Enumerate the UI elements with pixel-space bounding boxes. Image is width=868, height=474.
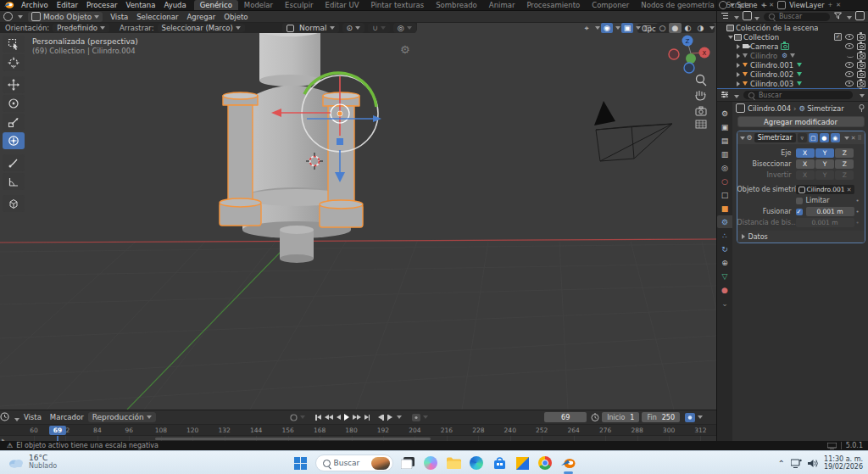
- workspace-tab[interactable]: Nodos de geometría: [635, 0, 720, 10]
- pivot-point-selector[interactable]: ⊙: [342, 23, 365, 33]
- expand-arrow[interactable]: [735, 44, 742, 49]
- outliner-row[interactable]: Collection✓: [717, 32, 868, 42]
- tool-add-primitive[interactable]: [3, 195, 25, 212]
- transform-orientation-selector[interactable]: Normal: [282, 23, 339, 33]
- add-modifier-button[interactable]: Agregar modificador: [737, 116, 865, 127]
- properties-tab-world[interactable]: ○: [717, 175, 732, 187]
- clear-mirror-object-icon[interactable]: ✕: [847, 187, 852, 193]
- current-frame-indicator[interactable]: 69: [49, 426, 66, 435]
- blender-taskbar-icon[interactable]: [560, 455, 576, 471]
- menu-editar[interactable]: Editar: [53, 1, 82, 9]
- timeline-editor-type-button[interactable]: [0, 412, 19, 423]
- shading-rendered-button[interactable]: ◑: [694, 23, 707, 33]
- file-explorer-icon[interactable]: [446, 455, 462, 471]
- show-on-cage-toggle[interactable]: ▿: [798, 133, 807, 142]
- menu-ventana[interactable]: Ventana: [121, 1, 159, 9]
- jump-to-start-button[interactable]: [314, 412, 323, 422]
- render-visibility-icon[interactable]: [857, 43, 865, 50]
- tool-scale[interactable]: [3, 114, 25, 131]
- show-render-toggle[interactable]: ◉: [831, 133, 840, 142]
- snap-toggle[interactable]: ∪: [368, 23, 390, 33]
- copilot-icon[interactable]: [423, 455, 439, 471]
- render-visibility-icon[interactable]: [857, 34, 865, 41]
- timeline-scrollbar[interactable]: [155, 438, 431, 440]
- drag-handle-icon[interactable]: ⠿: [858, 135, 862, 142]
- m365-icon[interactable]: [515, 455, 531, 471]
- start-button[interactable]: [292, 455, 309, 471]
- outliner-row[interactable]: Cilindro.001: [717, 60, 868, 70]
- compositor-toggle[interactable]: □: [642, 23, 654, 33]
- expand-arrow[interactable]: [727, 36, 734, 39]
- visibility-eye-icon[interactable]: [845, 81, 854, 86]
- outliner-row[interactable]: Cilindro.002: [717, 70, 868, 79]
- next-frame-button[interactable]: [386, 412, 395, 422]
- viewport-menu-vista[interactable]: Vista: [106, 13, 132, 21]
- data-subpanel-header[interactable]: Datos: [737, 231, 865, 243]
- clipping-checkbox[interactable]: [796, 198, 803, 204]
- properties-type-button[interactable]: [719, 91, 741, 100]
- playback-menu[interactable]: Reproducción: [88, 412, 156, 422]
- filter-button[interactable]: [832, 12, 854, 21]
- next-keyframe-button[interactable]: [351, 412, 363, 422]
- task-view-button[interactable]: [400, 455, 416, 471]
- modifier-panel-header[interactable]: ⚙ Simetrizar ▿ ▢ ● ◉ ✕ ⠿: [737, 131, 865, 144]
- editor-type-button[interactable]: [0, 12, 26, 22]
- keying-set-button[interactable]: [410, 412, 430, 422]
- breadcrumb-modifier[interactable]: Simetrizar: [807, 104, 844, 113]
- current-frame-field[interactable]: 69: [544, 412, 587, 422]
- shading-solid-button[interactable]: ●: [669, 23, 682, 33]
- expand-arrow[interactable]: [735, 72, 742, 77]
- jump-to-end-button[interactable]: [363, 412, 372, 422]
- workspace-tab[interactable]: Sombreado: [430, 0, 483, 10]
- flip-button-x[interactable]: X: [796, 170, 815, 180]
- chrome-icon[interactable]: [537, 455, 554, 471]
- add-workspace-button[interactable]: +: [757, 1, 772, 9]
- new-collection-button[interactable]: [854, 11, 866, 22]
- bisect-distance-field[interactable]: 0.001 m: [796, 218, 854, 227]
- pan-tool-icon[interactable]: [696, 91, 705, 100]
- render-visibility-icon[interactable]: [857, 53, 865, 59]
- viewport-menu-objeto[interactable]: Objeto: [220, 13, 252, 21]
- menu-ayuda[interactable]: Ayuda: [159, 1, 190, 9]
- remove-viewlayer-icon[interactable]: ✕: [836, 2, 841, 8]
- pin-icon[interactable]: [858, 104, 865, 112]
- menu-procesar[interactable]: Procesar: [82, 1, 122, 9]
- viewlayer-name[interactable]: ViewLayer: [789, 2, 824, 9]
- proportional-editing-toggle[interactable]: ◎: [393, 23, 416, 33]
- flip-button-y[interactable]: Y: [815, 170, 834, 180]
- exclude-checkbox[interactable]: ✓: [834, 33, 842, 41]
- bisect-button-y[interactable]: Y: [815, 159, 834, 169]
- menu-archivo[interactable]: Archivo: [17, 1, 53, 9]
- flip-button-z[interactable]: Z: [835, 170, 854, 180]
- properties-tab-render[interactable]: ▣: [717, 120, 732, 133]
- merge-threshold-field[interactable]: 0.001 m: [806, 207, 854, 216]
- expand-arrow[interactable]: [735, 81, 742, 86]
- properties-tab-modifiers[interactable]: ⚙: [717, 215, 732, 228]
- workspace-tab[interactable]: Genérico: [194, 0, 238, 10]
- tray-expand-icon[interactable]: ⌃: [778, 459, 785, 468]
- tool-annotate[interactable]: [3, 154, 25, 171]
- shading-wireframe-button[interactable]: ○: [656, 23, 669, 33]
- properties-tab-constraints[interactable]: ⊕: [717, 256, 732, 269]
- tool-measure[interactable]: [3, 173, 25, 190]
- edge-icon[interactable]: [469, 455, 485, 471]
- toggle-perspective-icon[interactable]: [696, 120, 706, 128]
- bisect-button-x[interactable]: X: [796, 159, 815, 169]
- prev-keyframe-button[interactable]: [323, 412, 335, 422]
- new-viewlayer-icon[interactable]: +: [827, 2, 832, 8]
- orientation-dropdown[interactable]: Predefinido: [53, 24, 109, 32]
- properties-tab-collection[interactable]: □: [717, 188, 732, 201]
- breadcrumb-object[interactable]: Cilindro.004: [748, 104, 791, 113]
- navigation-gizmo[interactable]: Z X: [669, 36, 710, 74]
- show-realtime-toggle[interactable]: ●: [820, 133, 829, 142]
- workspace-tab[interactable]: Pintar texturas: [364, 0, 430, 10]
- properties-tab-scene[interactable]: ◎: [717, 161, 732, 174]
- properties-tab-particles[interactable]: ∴: [717, 229, 732, 242]
- timeline-menu-vista[interactable]: Vista: [19, 413, 46, 421]
- visibility-eye-icon[interactable]: [845, 34, 854, 40]
- properties-tab-view-layer[interactable]: ▥: [717, 148, 732, 160]
- taskbar-clock[interactable]: 11:30 a. m. 19/02/2026: [824, 455, 863, 471]
- tool-transform[interactable]: [3, 132, 25, 149]
- tool-select-box[interactable]: [3, 36, 25, 53]
- visibility-eye-icon[interactable]: [845, 43, 854, 49]
